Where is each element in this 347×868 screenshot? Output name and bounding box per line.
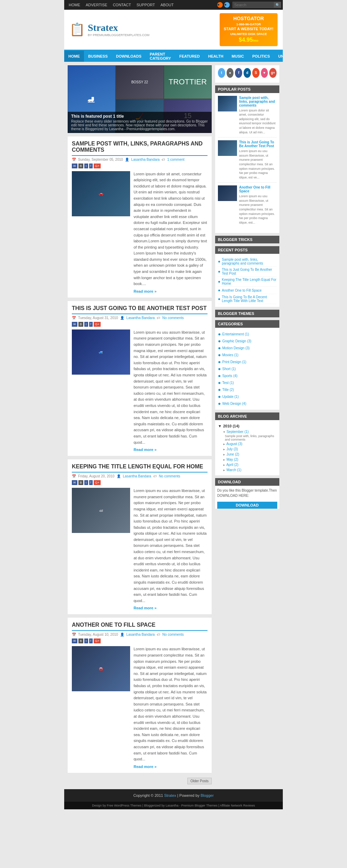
cat-link-web-design[interactable]: Web Design (4) — [222, 402, 246, 406]
site-logo: 📋 Stratex BY PREMIUMBLOGGERTEMPLATES.COM — [69, 22, 150, 37]
archive-aug-link[interactable]: August (3) — [226, 442, 242, 446]
nav-featured[interactable]: FEATURED — [175, 51, 204, 62]
cat-link-title[interactable]: Title (2) — [222, 388, 234, 392]
archive-month-april: ► April (2) — [218, 462, 277, 467]
nav-home[interactable]: HOME — [64, 51, 84, 62]
post-author-fill[interactable]: Lasantha Bandara — [126, 633, 155, 636]
popular-post-2: This is Just Going To Be Another Test Po… — [218, 140, 277, 183]
search-button[interactable]: 🔍 — [274, 2, 281, 8]
recent-post-1[interactable]: ● Sample post with, links, paragraphs an… — [218, 257, 277, 267]
top-nav-contact[interactable]: CONTACT — [110, 3, 134, 7]
share-gplus-3[interactable]: G+ — [94, 480, 101, 485]
post-comments-sample[interactable]: 1 comment — [167, 158, 184, 161]
share-facebook-3[interactable]: f — [89, 480, 93, 485]
nav-downloads[interactable]: DOWNLOADS — [112, 51, 145, 62]
nav-music[interactable]: MUSIC — [228, 51, 248, 62]
digg-social-btn[interactable]: d — [244, 68, 251, 78]
share-mail-3[interactable]: ✉ — [72, 480, 77, 485]
jul-triangle: ► — [223, 448, 226, 451]
archive-sep-post-link[interactable]: Sample post with, links, paragraphs and … — [225, 434, 274, 441]
top-nav-advertise[interactable]: ADVERTISE — [83, 3, 110, 7]
share-twitter[interactable]: t — [84, 164, 88, 168]
cat-link-entertainment[interactable]: Entertainment (1) — [222, 332, 249, 336]
recent-post-4[interactable]: ● Another One to Fill Space — [218, 287, 277, 294]
nav-parent-category[interactable]: PARENT CATEGORY — [146, 51, 175, 62]
share-blog-3[interactable]: B — [78, 480, 83, 485]
post-comments-fill[interactable]: No comments — [162, 633, 184, 636]
share-gplus-2[interactable]: G+ — [94, 322, 101, 327]
archive-sep-link[interactable]: September (1) — [227, 430, 249, 434]
archive-jul-link[interactable]: July (3) — [227, 447, 238, 451]
share-gplus-4[interactable]: G+ — [94, 639, 101, 643]
cat-link-movies[interactable]: Movies (1) — [222, 353, 238, 357]
top-nav-about[interactable]: ABOUT — [158, 3, 177, 7]
post-author-keeping[interactable]: Lasantha Bandara — [123, 474, 151, 478]
read-more-fill[interactable]: Read more » — [134, 765, 208, 769]
cat-bullet-10: ● — [218, 394, 221, 399]
facebook-social-btn[interactable]: f — [235, 68, 242, 78]
gplus-social-btn[interactable]: g+ — [269, 68, 277, 78]
share-blog-2[interactable]: B — [78, 322, 83, 327]
popular-post-title-1[interactable]: Sample post with, links, paragraphs and … — [239, 96, 277, 107]
archive-may-link[interactable]: May (2) — [227, 458, 238, 461]
post-author-another-test[interactable]: Lasantha Bandara — [126, 316, 155, 320]
cat-link-test[interactable]: Test (1) — [222, 381, 234, 385]
recent-post-5[interactable]: ● This Is Going To Be A Decent Length Ti… — [218, 294, 277, 304]
share-gplus[interactable]: G+ — [94, 164, 101, 168]
twitter-icon[interactable]: ● — [224, 2, 230, 8]
share-twitter-4[interactable]: t — [84, 639, 88, 643]
share-mail-4[interactable]: ✉ — [72, 639, 77, 643]
read-more-keeping[interactable]: Read more » — [134, 606, 208, 610]
footer-main: Copyright © 2011 Stratex | Powered by Bl… — [64, 789, 283, 802]
popular-posts-header: POPULAR POSTS — [215, 85, 279, 93]
top-nav-home[interactable]: HOME — [66, 3, 83, 7]
calendar-icon: 📅 — [72, 158, 76, 161]
cat-title: ● Title (2) — [218, 386, 277, 393]
share-blog-4[interactable]: B — [78, 639, 83, 643]
share-facebook[interactable]: f — [89, 164, 93, 168]
share-twitter-3[interactable]: t — [84, 480, 88, 485]
nav-uncategorized[interactable]: UNCATEGORIZED — [274, 51, 283, 62]
cat-link-motion-design[interactable]: Motion Design (3) — [222, 346, 249, 350]
download-button[interactable]: DOWNLOAD — [217, 502, 277, 509]
post-comments-keeping[interactable]: No comments — [159, 474, 180, 478]
popular-post-title-2[interactable]: This is Just Going To Be Another Test Po… — [239, 140, 277, 148]
archive-mar-link[interactable]: March (1) — [227, 468, 242, 472]
header-advertisement[interactable]: HOSTGATOR 1-866-96-GATOR START A WEBSITE… — [220, 13, 278, 46]
cat-link-short[interactable]: Short (1) — [222, 367, 236, 371]
heart-social-btn[interactable]: ♥ — [261, 68, 268, 78]
share-facebook-4[interactable]: f — [89, 639, 93, 643]
cat-link-print-design[interactable]: Print Design (1) — [222, 360, 246, 364]
post-comments-another-test[interactable]: No comments — [162, 316, 184, 320]
share-twitter-2[interactable]: t — [84, 322, 88, 327]
post-author-sample[interactable]: Lasantha Bandara — [131, 158, 160, 161]
stumble-social-btn[interactable]: S — [252, 68, 260, 78]
rss-icon[interactable]: ● — [217, 2, 223, 8]
nav-business[interactable]: BUSINESS — [84, 51, 112, 62]
recent-post-2[interactable]: ● This is Just Going To Be Another Test … — [218, 267, 277, 277]
share-mail-2[interactable]: ✉ — [72, 322, 77, 327]
footer-platform-link[interactable]: Blogger — [201, 793, 214, 798]
read-more-another-test[interactable]: Read more » — [134, 448, 208, 452]
footer-site-link[interactable]: Stratex — [164, 793, 176, 798]
archive-apr-link[interactable]: April (2) — [226, 463, 238, 467]
archive-year-2010[interactable]: ▼ 2010 (14) — [218, 423, 277, 429]
nav-health[interactable]: HEALTH — [204, 51, 228, 62]
share-blog[interactable]: B — [78, 164, 83, 168]
twitter-social-btn[interactable]: t — [218, 68, 225, 78]
archive-jun-link[interactable]: June (2) — [227, 452, 239, 456]
popular-post-title-3[interactable]: Another One to Fill Space — [239, 185, 277, 193]
rss-social-btn[interactable]: ● — [227, 68, 234, 78]
read-more-sample[interactable]: Read more » — [134, 289, 208, 293]
sep-triangle: ▼ — [223, 431, 226, 434]
cat-link-sports[interactable]: Sports (4) — [222, 374, 237, 378]
share-mail[interactable]: ✉ — [72, 164, 77, 168]
share-facebook-2[interactable]: f — [89, 322, 93, 327]
older-posts-button[interactable]: Older Posts — [187, 778, 212, 784]
top-nav-support[interactable]: SUPPORT — [134, 3, 158, 7]
search-input[interactable] — [232, 2, 274, 8]
cat-link-update[interactable]: Update (1) — [222, 395, 238, 399]
recent-post-3[interactable]: ● Keeping The Title Length Equal For Hom… — [218, 277, 277, 287]
cat-link-graphic-design[interactable]: Graphic Design (3) — [222, 339, 251, 343]
nav-politics[interactable]: POLITICS — [248, 51, 274, 62]
